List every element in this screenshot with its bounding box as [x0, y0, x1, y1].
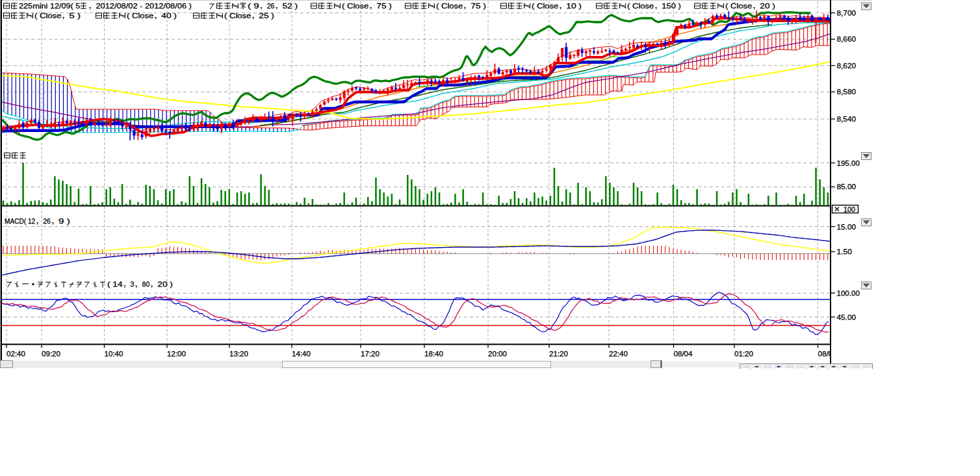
svg-text:75 ): 75 )	[376, 2, 392, 10]
svg-text:( Close: ( Close	[224, 12, 251, 20]
svg-text:45.00: 45.00	[837, 313, 857, 321]
svg-text:100.00: 100.00	[837, 289, 860, 297]
svg-text:1.50: 1.50	[837, 248, 853, 256]
svg-text:20:00: 20:00	[488, 350, 507, 358]
svg-text:22:40: 22:40	[609, 350, 628, 358]
svg-text:MACD( 12: MACD( 12	[5, 217, 35, 225]
svg-text:195.00: 195.00	[837, 159, 860, 167]
svg-text:09:20: 09:20	[42, 350, 60, 358]
svg-text:10:40: 10:40	[105, 350, 123, 358]
svg-text:26: 26	[43, 217, 51, 225]
svg-text:8,620: 8,620	[837, 62, 857, 70]
svg-text:225mini 12/09( 5: 225mini 12/09( 5	[19, 2, 80, 10]
svg-text:26: 26	[267, 2, 275, 10]
svg-text:( Close: ( Close	[436, 2, 463, 10]
svg-text:8,580: 8,580	[837, 88, 857, 96]
svg-text:40 ): 40 )	[161, 12, 177, 20]
svg-text:13:20: 13:20	[229, 350, 248, 358]
svg-text:80: 80	[142, 280, 150, 288]
svg-text:3: 3	[131, 280, 135, 288]
svg-text:18:40: 18:40	[424, 350, 443, 358]
svg-text:( Close: ( Close	[34, 12, 61, 20]
svg-text:12:00: 12:00	[167, 350, 186, 358]
svg-text:20 ): 20 )	[760, 2, 775, 10]
svg-text:01:20: 01:20	[734, 350, 753, 358]
svg-text:5 ): 5 )	[69, 12, 81, 20]
svg-text:17:20: 17:20	[361, 350, 380, 358]
svg-text:21:20: 21:20	[549, 350, 568, 358]
svg-text:( Close: ( Close	[127, 12, 153, 20]
svg-text:10 ): 10 )	[566, 2, 582, 10]
svg-text:100: 100	[844, 205, 855, 213]
svg-text:08/04: 08/04	[674, 350, 693, 358]
svg-text:85.00: 85.00	[837, 183, 857, 191]
svg-text:75 ): 75 )	[471, 2, 486, 10]
svg-text:( Close: ( Close	[725, 2, 752, 10]
svg-text:2012/08/02 - 2012/08/06 ): 2012/08/02 - 2012/08/06 )	[96, 2, 192, 10]
svg-text:8,660: 8,660	[837, 35, 857, 43]
svg-text:9 ): 9 )	[58, 217, 70, 225]
svg-text:( 14: ( 14	[107, 280, 123, 288]
svg-text:02:40: 02:40	[6, 350, 25, 358]
svg-text:8,540: 8,540	[837, 115, 857, 123]
svg-text:20 ): 20 )	[157, 280, 173, 288]
svg-text:( Close: ( Close	[532, 2, 558, 10]
svg-text:52 ): 52 )	[283, 2, 298, 10]
svg-text:25 ): 25 )	[259, 12, 274, 20]
svg-text:( Close: ( Close	[342, 2, 368, 10]
svg-text:15.00: 15.00	[837, 223, 857, 231]
svg-text:( 9: ( 9	[248, 2, 259, 10]
svg-text:( Close: ( Close	[627, 2, 654, 10]
svg-text:8,700: 8,700	[837, 9, 857, 17]
svg-text:150 ): 150 )	[662, 2, 681, 10]
svg-text:14:40: 14:40	[292, 350, 311, 358]
